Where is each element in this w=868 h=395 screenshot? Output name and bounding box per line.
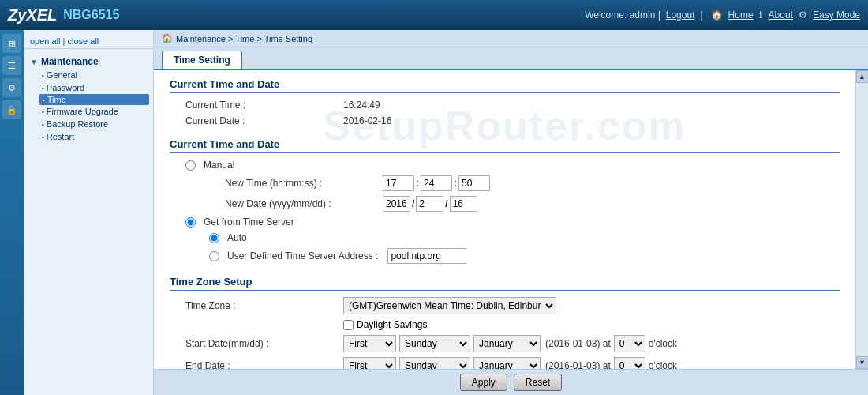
new-time-row: New Time (hh:mm:ss) : : :	[170, 175, 840, 191]
sidebar-item-label: Restart	[47, 132, 74, 141]
logo-area: ZyXEL NBG6515	[8, 6, 119, 24]
sidebar-item-label: General	[47, 70, 77, 80]
icon-bar-item-4[interactable]: 🔒	[2, 100, 21, 119]
new-date-row: New Date (yyyy/mm/dd) : / /	[170, 196, 840, 212]
end-date-row: End Date : FirstSecondThirdFourthLast Su…	[170, 357, 840, 369]
divider3: ⚙	[799, 9, 807, 21]
end-week-select[interactable]: FirstSecondThirdFourthLast	[343, 357, 396, 369]
start-date-row: Start Date(mm/dd) : FirstSecondThirdFour…	[170, 335, 840, 352]
auto-radio-row: Auto	[170, 232, 840, 243]
end-hour-select[interactable]: 01234567891011121314151617181920212223	[614, 357, 645, 369]
scroll-track	[856, 83, 868, 356]
set-time-block: Current Time and Date Manual New Time (h…	[170, 138, 840, 264]
user-defined-radio[interactable]	[209, 251, 219, 261]
date-sep-1: /	[412, 198, 414, 209]
start-at-text: (2016-01-03) at	[545, 338, 611, 349]
get-from-server-radio-row: Get from Time Server	[170, 216, 840, 228]
sidebar-section-name: Maintenance	[41, 56, 99, 67]
tab-time-setting[interactable]: Time Setting	[162, 51, 242, 69]
icon-bar-item-2[interactable]: ☰	[2, 56, 21, 75]
main-layout: ⊞ ☰ ⚙ 🔒 open all | close all ▼ Maintenan…	[0, 30, 868, 395]
sidebar-items: •General•Password•Time•Firmware Upgrade•…	[28, 69, 149, 143]
home-icon: 🏠	[711, 9, 723, 21]
timezone-select[interactable]: (GMT)Greenwich Mean Time: Dublin, Edinbu…	[343, 297, 556, 314]
logo-zyxel: ZyXEL	[8, 6, 57, 24]
sidebar-item-time[interactable]: •Time	[39, 94, 149, 105]
new-date-d-input[interactable]	[450, 196, 477, 212]
daylight-savings-row: Daylight Savings	[170, 319, 840, 330]
time-sep-2: :	[454, 178, 457, 189]
open-all-link[interactable]: open all	[30, 36, 61, 46]
start-month-select[interactable]: JanuaryFebruaryMarchAprilMayJuneJulyAugu…	[473, 335, 541, 352]
current-date-value: 2016-02-16	[343, 115, 391, 126]
breadcrumb-path: Maintenance > Time > Time Setting	[176, 34, 312, 43]
timezone-title: Time Zone Setup	[170, 276, 840, 291]
logout-link[interactable]: Logout	[666, 9, 695, 21]
scroll-right[interactable]: ▲ ▼	[855, 70, 868, 369]
sidebar-actions: open all | close all	[24, 34, 153, 49]
end-day-select[interactable]: SundayMondayTuesdayWednesdayThursdayFrid…	[399, 357, 470, 369]
sidebar-item-firmware-upgrade[interactable]: •Firmware Upgrade	[39, 105, 149, 118]
set-time-title: Current Time and Date	[170, 138, 840, 153]
current-time-date-title: Current Time and Date	[170, 78, 840, 93]
timezone-block: Time Zone Setup Time Zone : (GMT)Greenwi…	[170, 276, 840, 369]
bullet-icon: •	[42, 85, 44, 92]
manual-radio[interactable]	[185, 160, 196, 171]
new-date-m-input[interactable]	[416, 196, 443, 212]
timezone-row: Time Zone : (GMT)Greenwich Mean Time: Du…	[170, 297, 840, 314]
new-date-label: New Date (yyyy/mm/dd) :	[225, 198, 383, 209]
start-oclock-label: o'clock	[649, 338, 677, 349]
sidebar-item-backup-restore[interactable]: •Backup Restore	[39, 118, 149, 130]
new-time-label: New Time (hh:mm:ss) :	[225, 178, 383, 189]
easy-mode-link[interactable]: Easy Mode	[813, 9, 860, 21]
sidebar-item-restart[interactable]: •Restart	[39, 130, 149, 143]
close-all-link[interactable]: close all	[68, 36, 99, 46]
bullet-icon: •	[43, 96, 45, 103]
new-time-m-input[interactable]	[421, 175, 452, 191]
start-week-select[interactable]: FirstSecondThirdFourthLast	[343, 335, 396, 352]
user-defined-radio-row: User Defined Time Server Address :	[170, 248, 840, 264]
icon-bar-item-1[interactable]: ⊞	[2, 34, 21, 53]
sidebar-section-title[interactable]: ▼ Maintenance	[28, 55, 149, 69]
tab-bar: Time Setting	[154, 47, 868, 70]
logo-model: NBG6515	[63, 8, 119, 22]
auto-radio[interactable]	[209, 233, 219, 243]
scroll-down-btn[interactable]: ▼	[856, 356, 869, 369]
start-hour-select[interactable]: 01234567891011121314151617181920212223	[614, 335, 645, 352]
header-right: Welcome: admin | Logout | 🏠 Home ℹ About…	[582, 9, 860, 21]
content-area: 🏠 Maintenance > Time > Time Setting Time…	[154, 30, 868, 395]
timezone-label: Time Zone :	[185, 300, 343, 311]
auto-label: Auto	[227, 232, 247, 243]
daylight-savings-checkbox[interactable]	[343, 320, 354, 330]
apply-button[interactable]: Apply	[460, 374, 507, 391]
divider: |	[700, 9, 702, 21]
end-date-label: End Date :	[185, 360, 343, 369]
end-month-select[interactable]: JanuaryFebruaryMarchAprilMayJuneJulyAugu…	[473, 357, 541, 369]
server-address-input[interactable]	[387, 248, 466, 264]
start-day-select[interactable]: SundayMondayTuesdayWednesdayThursdayFrid…	[399, 335, 470, 352]
current-time-row: Current Time : 16:24:49	[170, 100, 840, 111]
icon-bar-item-3[interactable]: ⚙	[2, 78, 21, 97]
sidebar-item-password[interactable]: •Password	[39, 81, 149, 94]
sidebar-item-label: Time	[47, 95, 66, 104]
new-date-y-input[interactable]	[383, 196, 410, 212]
start-date-label: Start Date(mm/dd) :	[185, 338, 343, 349]
date-sep-2: /	[445, 198, 447, 209]
sidebar-item-general[interactable]: •General	[39, 69, 149, 81]
manual-label: Manual	[204, 160, 234, 171]
current-date-label: Current Date :	[185, 115, 343, 126]
sidebar-item-label: Backup Restore	[47, 119, 108, 129]
new-time-h-input[interactable]	[383, 175, 414, 191]
new-time-s-input[interactable]	[458, 175, 490, 191]
current-date-row: Current Date : 2016-02-16	[170, 115, 840, 126]
reset-button[interactable]: Reset	[514, 374, 562, 391]
icon-bar: ⊞ ☰ ⚙ 🔒	[0, 30, 24, 395]
current-time-date-block: Current Time and Date Current Time : 16:…	[170, 78, 840, 126]
about-link[interactable]: About	[769, 9, 793, 21]
scroll-up-btn[interactable]: ▲	[856, 70, 869, 83]
end-oclock-label: o'clock	[649, 360, 677, 369]
manual-radio-row: Manual	[170, 160, 840, 171]
sidebar: open all | close all ▼ Maintenance •Gene…	[24, 30, 154, 395]
get-from-server-radio[interactable]	[185, 217, 196, 228]
home-link[interactable]: Home	[728, 9, 754, 21]
